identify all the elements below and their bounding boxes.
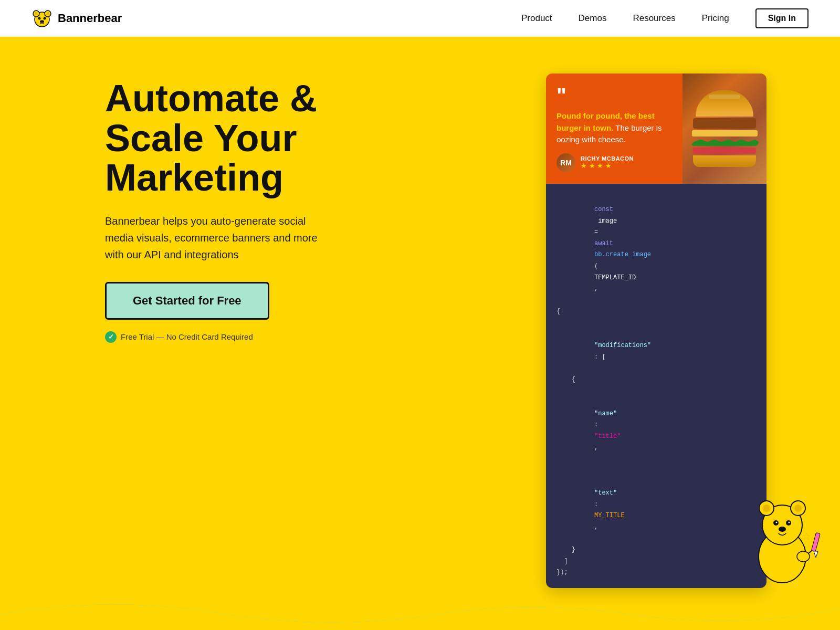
- svg-point-19: [797, 551, 810, 562]
- lettuce-layer: [690, 138, 759, 146]
- bun-bottom: [693, 155, 756, 167]
- svg-point-18: [779, 527, 786, 532]
- svg-point-12: [763, 505, 770, 512]
- meat-layer: [693, 118, 756, 129]
- code-line-4: {: [556, 374, 756, 386]
- wave-divider-top: [0, 588, 840, 630]
- preview-card-top: " Pound for pound, the best burger in to…: [546, 74, 766, 184]
- svg-rect-20: [811, 532, 820, 551]
- code-section: const image = await bb.create_image ( TE…: [546, 184, 766, 588]
- brand-logo[interactable]: Bannerbear: [32, 8, 122, 29]
- preview-card: " Pound for pound, the best burger in to…: [546, 74, 766, 588]
- nav-resources[interactable]: Resources: [633, 13, 675, 23]
- hero-title: Automate & Scale Your Marketing: [105, 79, 383, 198]
- svg-text:★: ★: [802, 531, 811, 542]
- quote-author: RM RICHY MCBACON ★ ★ ★ ★: [556, 153, 672, 172]
- nav-pricing[interactable]: Pricing: [702, 13, 729, 23]
- svg-point-4: [46, 12, 49, 15]
- code-line-5: "name" : "title" ,: [556, 386, 756, 465]
- navbar: Bannerbear Product Demos Resources Prici…: [0, 0, 840, 37]
- signin-button[interactable]: Sign In: [755, 8, 808, 28]
- avatar-initials: RM: [556, 153, 575, 172]
- nav-links: Product Demos Resources Pricing Sign In: [521, 8, 808, 28]
- tomato-layer: [693, 148, 756, 154]
- bear-mascot-svg: ★: [740, 483, 824, 588]
- check-icon: ✓: [105, 331, 117, 343]
- svg-point-5: [38, 17, 41, 19]
- cheese-layer: [692, 130, 758, 136]
- author-info: RICHY MCBACON ★ ★ ★ ★: [581, 155, 634, 170]
- svg-point-6: [44, 17, 46, 19]
- code-line-6: "text" : MY_TITLE ,: [556, 465, 756, 544]
- quote-mark: ": [556, 85, 672, 106]
- burger-stack: [685, 85, 764, 172]
- burger-image: [682, 74, 766, 184]
- author-avatar: RM: [556, 153, 575, 172]
- author-stars: ★ ★ ★ ★: [581, 162, 634, 170]
- bear-mascot: ★: [740, 483, 824, 588]
- free-trial-text: Free Trial — No Credit Card Required: [121, 332, 253, 341]
- free-trial-badge: ✓ Free Trial — No Credit Card Required: [105, 331, 383, 343]
- nav-demos[interactable]: Demos: [579, 13, 607, 23]
- svg-point-16: [776, 521, 778, 523]
- brand-icon: [32, 8, 52, 29]
- svg-marker-21: [814, 551, 818, 558]
- code-line-3: "modifications" : [: [556, 318, 756, 374]
- hero-description: Bannerbear helps you auto-generate socia…: [105, 213, 331, 263]
- code-line-2: {: [556, 306, 756, 318]
- cta-button[interactable]: Get Started for Free: [105, 282, 269, 320]
- hero-section: Automate & Scale Your Marketing Bannerbe…: [0, 37, 840, 588]
- code-line-9: });: [556, 567, 756, 579]
- code-line-8: ]: [556, 556, 756, 568]
- nav-product[interactable]: Product: [521, 13, 552, 23]
- svg-point-17: [789, 521, 790, 523]
- bun-top: [696, 90, 753, 117]
- author-name: RICHY MCBACON: [581, 155, 634, 162]
- code-line-7: }: [556, 544, 756, 556]
- hero-content: Automate & Scale Your Marketing Bannerbe…: [105, 68, 383, 343]
- burger-visual: [682, 74, 766, 184]
- svg-point-3: [35, 12, 38, 15]
- quote-section: " Pound for pound, the best burger in to…: [546, 74, 682, 184]
- quote-text: Pound for pound, the best burger in town…: [556, 110, 672, 146]
- hero-visual: " Pound for pound, the best burger in to…: [546, 74, 788, 588]
- svg-point-13: [794, 505, 802, 512]
- brand-name: Bannerbear: [58, 12, 122, 25]
- code-line-1: const image = await bb.create_image ( TE…: [556, 193, 756, 307]
- svg-point-7: [40, 20, 44, 23]
